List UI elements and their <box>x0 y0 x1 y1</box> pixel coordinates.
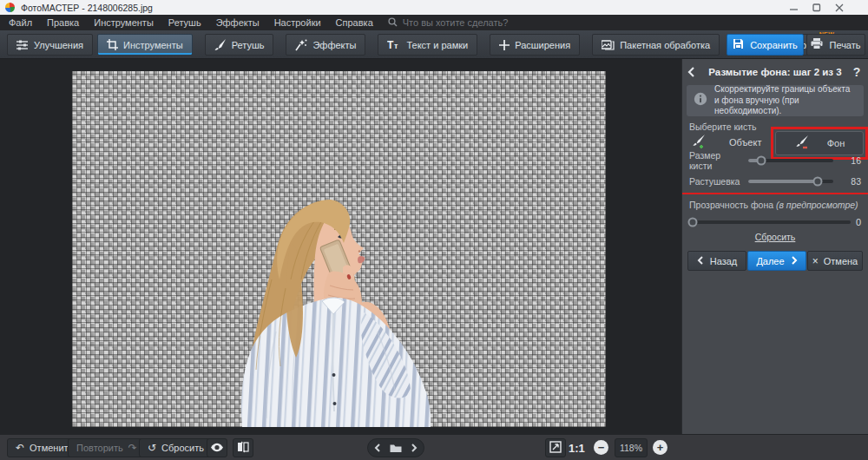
annotation-underline <box>682 193 868 194</box>
feather-label: Растушевка <box>689 176 743 187</box>
text-icon: Tт <box>387 40 401 50</box>
tab-tools[interactable]: Инструменты <box>97 34 193 56</box>
minimize-button[interactable] <box>790 3 799 12</box>
background-opacity-knob[interactable] <box>687 218 697 227</box>
print-button[interactable]: Печать <box>806 34 865 56</box>
undo-icon: ↶ <box>16 443 24 453</box>
zoom-out-button[interactable]: − <box>594 440 608 455</box>
object-brush-label: Объект <box>729 137 761 148</box>
brush-size-knob[interactable] <box>756 156 766 166</box>
reset-all-button[interactable]: ↺ Сбросить <box>139 438 213 457</box>
photo-subject-woman <box>72 71 606 427</box>
close-button[interactable] <box>835 3 844 12</box>
search-placeholder: Что вы хотите сделать? <box>403 17 509 28</box>
panel-title: Размытие фона: шаг 2 из 3 <box>700 67 851 77</box>
printer-icon <box>811 38 823 51</box>
close-icon: × <box>812 255 819 267</box>
magic-wand-icon <box>295 39 307 51</box>
menu-help[interactable]: Справка <box>336 17 373 28</box>
tab-batch-processing[interactable]: Пакетная обработка <box>592 34 720 56</box>
panel-help-button[interactable]: ? <box>851 65 863 79</box>
background-brush-label: Фон <box>827 138 845 148</box>
previous-photo-button[interactable] <box>374 444 380 452</box>
menu-edit[interactable]: Правка <box>47 17 79 28</box>
feather-slider[interactable] <box>748 180 833 183</box>
redo-button[interactable]: Повторить ↷ <box>68 438 146 457</box>
brush-icon <box>214 39 227 50</box>
menu-retouch[interactable]: Ретушь <box>168 17 201 28</box>
help-search[interactable]: Что вы хотите сделать? <box>388 17 509 29</box>
brush-size-slider[interactable] <box>748 159 833 162</box>
file-navigation <box>367 438 424 457</box>
eye-icon <box>210 443 224 454</box>
background-opacity-row: 0 <box>689 215 861 229</box>
opacity-note: (в предпросмотре) <box>776 200 858 210</box>
zoom-level-value[interactable]: 118% <box>615 438 648 457</box>
maximize-button[interactable] <box>812 3 821 12</box>
reset-icon: ↺ <box>148 443 156 453</box>
photomaster-window: ФотоМАСТЕР - 2148006285.jpg Файл Правка … <box>0 0 868 460</box>
brush-size-value: 16 <box>838 155 861 166</box>
feather-knob[interactable] <box>813 177 823 187</box>
plus-icon <box>499 40 510 50</box>
brush-size-label: Размер кисти <box>689 150 743 171</box>
menu-settings[interactable]: Настройки <box>274 17 321 28</box>
blur-background-panel: Размытие фона: шаг 2 из 3 ? Скорректируй… <box>681 59 868 434</box>
adjustments-icon <box>16 40 29 50</box>
panel-back-button[interactable] <box>687 67 700 77</box>
tab-extensions[interactable]: Расширения <box>490 34 580 56</box>
save-button[interactable]: Сохранить <box>727 34 804 56</box>
actual-size-button[interactable]: 1:1 <box>569 438 585 457</box>
next-button[interactable]: Далее <box>747 251 806 271</box>
feather-value: 83 <box>838 176 861 187</box>
object-brush-button[interactable]: Объект <box>691 134 761 151</box>
info-message: Скорректируйте границы объекта и фона вр… <box>687 85 864 116</box>
batch-photos-icon <box>602 39 615 50</box>
crop-icon <box>107 39 118 50</box>
object-brush-icon <box>691 134 708 151</box>
menu-effects[interactable]: Эффекты <box>216 17 260 28</box>
work-area <box>0 59 681 434</box>
tab-enhancements[interactable]: Улучшения <box>7 34 93 56</box>
wizard-buttons: Назад Далее × Отмена <box>687 251 863 271</box>
open-folder-button[interactable] <box>390 444 402 453</box>
app-logo-icon <box>5 3 15 12</box>
info-text: Скорректируйте границы объекта и фона вр… <box>714 84 857 117</box>
window-title: ФотоМАСТЕР - 2148006285.jpg <box>21 3 153 13</box>
compare-icon <box>237 441 249 455</box>
back-button[interactable]: Назад <box>687 251 746 271</box>
svg-text:T: T <box>387 40 394 50</box>
background-brush-icon <box>794 135 812 152</box>
toolbar: Улучшения Инструменты Ретушь Эффекты Tт … <box>0 30 868 59</box>
menu-file[interactable]: Файл <box>9 17 32 28</box>
brush-section-label: Выберите кисть <box>689 122 756 132</box>
cancel-button[interactable]: × Отмена <box>807 251 863 271</box>
titlebar: ФотоМАСТЕР - 2148006285.jpg <box>0 0 868 15</box>
brush-size-row: Размер кисти 16 <box>689 154 861 168</box>
menubar: Файл Правка Инструменты Ретушь Эффекты Н… <box>0 15 868 30</box>
next-photo-button[interactable] <box>411 444 418 452</box>
tab-effects[interactable]: Эффекты <box>286 34 365 56</box>
svg-text:т: т <box>394 42 398 50</box>
search-icon <box>388 17 398 29</box>
reset-brush-link[interactable]: Сбросить <box>755 232 796 242</box>
chevron-right-icon <box>792 256 798 266</box>
before-after-button[interactable] <box>233 438 253 457</box>
background-opacity-label: Прозрачность фона (в предпросмотре) <box>689 200 858 210</box>
info-icon <box>694 92 707 109</box>
image-canvas[interactable] <box>72 71 606 427</box>
background-opacity-value: 0 <box>856 217 861 227</box>
save-icon <box>733 38 744 51</box>
preview-original-button[interactable] <box>207 438 227 457</box>
fit-to-screen-button[interactable] <box>545 438 566 457</box>
background-opacity-slider[interactable] <box>689 220 851 224</box>
panel-header: Размытие фона: шаг 2 из 3 ? <box>687 62 863 82</box>
chevron-left-icon <box>697 256 703 266</box>
bottom-bar: ↶ Отменить Повторить ↷ ↺ Сбросить 1:1 − … <box>0 434 868 460</box>
menu-tools[interactable]: Инструменты <box>94 17 154 28</box>
zoom-in-button[interactable]: + <box>653 440 667 455</box>
feather-row: Растушевка 83 <box>689 174 861 188</box>
background-brush-button[interactable]: Фон <box>775 131 864 155</box>
tab-retouch[interactable]: Ретушь <box>205 34 274 56</box>
tab-text-frames[interactable]: Tт Текст и рамки <box>378 34 477 56</box>
